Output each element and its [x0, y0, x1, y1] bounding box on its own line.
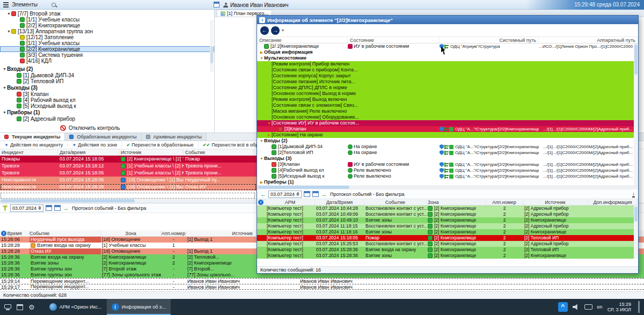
- show-desktop-button[interactable]: [638, 301, 640, 313]
- element-row[interactable]: ▼ Мультисостояние: [257, 55, 638, 61]
- column-header[interactable]: Апп.номер: [161, 230, 186, 236]
- user-menu[interactable]: Иванов Иван Иванович: [223, 0, 289, 10]
- calendar-icon[interactable]: [304, 191, 310, 197]
- event-row[interactable]: [Компьютер тест] 03.07.2024 10:49:10 Взя…: [257, 217, 638, 223]
- calendar-range-icon[interactable]: [54, 205, 61, 211]
- element-row[interactable]: [4]Рабочий выход кл Реле выключено ОДЦ "…: [257, 167, 638, 173]
- io-item[interactable]: [2] Адресный прибор: [0, 116, 214, 122]
- element-row[interactable]: [2/ 2]Книгохранилище ИУ в рабочем состоя…: [257, 43, 638, 49]
- io-item[interactable]: ▼ Выходы (3): [0, 84, 214, 91]
- apply-filter-icon[interactable]: →: [321, 191, 327, 197]
- tree-scrollbar[interactable]: [210, 20, 214, 72]
- expand-arrow-icon[interactable]: ▼: [2, 109, 7, 116]
- dialog-protocol-scrollbar[interactable]: [634, 206, 638, 259]
- toolbar-action[interactable]: ▼ Действия по инциденту: [0, 142, 68, 148]
- element-row[interactable]: [2]Тепловой ИП На охране ОДЦ "А..."/Стру…: [257, 150, 638, 156]
- element-row[interactable]: [3]Клапан ОДЦ "А..."/Структура/[2/2]Книг…: [257, 126, 638, 132]
- incident-row[interactable]: Тревоги 03.07.2024 15:18:12 [1] Учебные …: [0, 163, 257, 170]
- event-row[interactable]: [Компьютер тест] 03.07.2024 15:28:36 Взя…: [257, 247, 638, 253]
- element-row[interactable]: [3]Клапан ИУ в рабочем состоянии ОДЦ "А.…: [257, 162, 638, 167]
- column-header[interactable]: Дата/время: [58, 149, 119, 155]
- expand-arrow-icon[interactable]: ▼: [6, 28, 11, 34]
- expand-arrow-icon[interactable]: ▶: [267, 132, 272, 138]
- event-row[interactable]: [Компьютер тест] 03.07.2024 10:49:09 Вос…: [257, 211, 638, 217]
- element-row[interactable]: ▼ [Состояние ИУ] ИУ в рабочем состоя...: [257, 120, 638, 126]
- tray-expand-button[interactable]: ^: [558, 302, 568, 312]
- element-row[interactable]: [Состояние связи с элементом] Связ...: [257, 102, 638, 108]
- dialog-tree-scrollbar[interactable]: [634, 43, 638, 185]
- back-button[interactable]: ←: [260, 26, 269, 35]
- toolbar-action[interactable]: ✔ Перенести в обработанные: [122, 142, 199, 148]
- column-header[interactable]: Состояние: [348, 37, 440, 43]
- incidents-tab[interactable]: Архивные инциденты: [142, 133, 207, 141]
- event-row[interactable]: [Компьютер тест] 03.07.2024 15:18:05 Пож…: [257, 235, 638, 241]
- export-icon[interactable]: ↓: [632, 191, 635, 197]
- incident-row[interactable]: Пожары 03.07.2024 15:18:05 [2] Книгохран…: [0, 156, 257, 163]
- tree-item[interactable]: [2/2] Книгохранилище: [0, 23, 214, 28]
- io-item[interactable]: [5] Исходный выход к: [0, 103, 214, 109]
- scrollbar-thumb[interactable]: [210, 46, 213, 63]
- io-item[interactable]: [4] Рабочий выход кл: [0, 97, 214, 103]
- search-icon[interactable]: [52, 3, 56, 7]
- calendar-range-icon[interactable]: [312, 191, 319, 197]
- element-row[interactable]: ▶ [Состояние] На охране: [257, 132, 638, 138]
- tree-item[interactable]: [12/12] Затопление: [0, 34, 214, 40]
- element-row[interactable]: [Состояние питания] Источник пита...: [257, 79, 638, 85]
- io-item[interactable]: [1] Дымовой ДИП-34: [0, 72, 214, 78]
- disable-control-button[interactable]: Отключить контроль: [60, 125, 214, 131]
- event-row[interactable]: [Компьютер тест] 03.07.2024 11:18:16 Взя…: [257, 229, 638, 235]
- dialog-hscrollbar[interactable]: [257, 185, 638, 189]
- event-row[interactable]: [Компьютер тест] 03.07.2024 15:28:36 Взя…: [257, 253, 638, 259]
- element-row[interactable]: [Основное состояние] Оборудование...: [257, 114, 638, 120]
- element-row[interactable]: ▼ Выходы (3): [257, 156, 638, 162]
- column-header[interactable]: Событие: [184, 149, 254, 155]
- column-header[interactable]: Аппаратный путь: [539, 37, 638, 43]
- scrollbar-thumb[interactable]: [634, 207, 638, 222]
- expand-arrow-icon[interactable]: ▼: [259, 55, 264, 61]
- filter-icon[interactable]: [2, 206, 8, 211]
- calendar-icon[interactable]: [46, 205, 52, 211]
- tree-item[interactable]: [1/1] Учебные классы: [0, 40, 214, 46]
- plans-icon[interactable]: [214, 2, 219, 8]
- incident-row[interactable]: Неисправности 03.07.2024 15:28:06 [18] О…: [0, 177, 257, 184]
- date-input[interactable]: 03.07.2024: [10, 204, 43, 212]
- expand-arrow-icon[interactable]: ▼: [2, 84, 7, 91]
- io-item[interactable]: [3] Клапан: [0, 91, 214, 97]
- event-row[interactable]: [Компьютер тест] 03.07.2024 15:25:53 Вос…: [257, 241, 638, 247]
- keyboard-icon[interactable]: [584, 304, 592, 310]
- scrollbar-thumb[interactable]: [258, 186, 349, 189]
- date-input[interactable]: 03.07.2024: [268, 191, 302, 198]
- menu-icon[interactable]: [3, 2, 9, 8]
- io-item[interactable]: [2] Тепловой ИП: [0, 78, 214, 84]
- tree-item[interactable]: [4/16] КДЛ: [0, 58, 214, 64]
- incidents-hscrollbar[interactable]: [0, 199, 257, 203]
- volume-icon[interactable]: [573, 304, 580, 310]
- date-stepper[interactable]: [296, 192, 299, 196]
- scrollbar-thumb[interactable]: [634, 45, 638, 75]
- event-row[interactable]: [Компьютер тест] 03.07.2024 11:18:15 Вос…: [257, 223, 638, 229]
- element-row[interactable]: [5]Исходный выход к Реле выключено ОДЦ "…: [257, 173, 638, 179]
- expand-arrow-icon[interactable]: ▼: [2, 65, 7, 72]
- expand-arrow-icon[interactable]: ▼: [6, 11, 11, 17]
- event-row[interactable]: [Компьютер тест] 03.07.2024 10:44:28 Вос…: [257, 206, 638, 211]
- element-row[interactable]: [Режим контроля] Выход включен: [257, 97, 638, 102]
- tree-item[interactable]: [2/2] Книгохранилище: [0, 46, 214, 52]
- element-row[interactable]: [Маска мигания] Реле выключено: [257, 108, 638, 114]
- tree-item[interactable]: ▼ [7/7] Второй этаж: [0, 11, 214, 17]
- expand-arrow-icon[interactable]: ▶: [259, 179, 264, 185]
- column-header[interactable]: Событие: [30, 230, 101, 236]
- info-icon[interactable]: i: [1, 231, 6, 236]
- event-row[interactable]: 15:29:14 Перемещение инцидент... - Ивано…: [0, 278, 644, 284]
- element-row[interactable]: ▶ Приборы (1): [257, 179, 638, 185]
- io-item[interactable]: ▼ Входы (2): [0, 65, 214, 72]
- event-row[interactable]: 15:29:17 Перемещение инцидент... - Ивано…: [0, 284, 644, 290]
- column-header[interactable]: Зона: [427, 199, 486, 205]
- expand-arrow-icon[interactable]: ▼: [259, 138, 264, 144]
- element-row[interactable]: [1]Дымовой ДИП-34 На охране ОДЦ "А..."/С…: [257, 144, 638, 150]
- incident-row[interactable]: Тревоги 03.07.2024 15:18:05 [1] Учебные …: [0, 170, 257, 177]
- element-row[interactable]: [Состояние связи с прибором] Конта...: [257, 67, 638, 73]
- tree-item[interactable]: [3/3] Система тушения: [0, 52, 214, 58]
- column-header[interactable]: Событие: [364, 199, 427, 205]
- incident-row[interactable]: Неисправности 03.07.2024 15:28:28 [18] О…: [0, 184, 257, 191]
- taskbar-clock[interactable]: 15:29 СР, 3 ИЮЛ: [608, 302, 631, 312]
